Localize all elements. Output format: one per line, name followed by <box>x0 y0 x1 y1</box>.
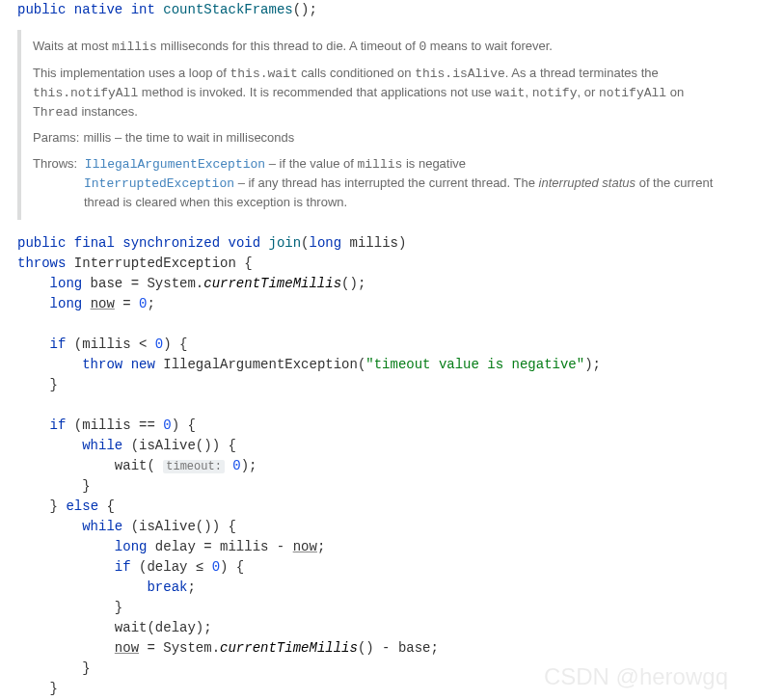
doc-detail: This implementation uses a loop of this.… <box>33 65 730 122</box>
signature-countStackFrames: public native int countStackFrames(); <box>0 0 757 20</box>
inlay-hint-timeout: timeout: <box>163 460 225 473</box>
doc-params: Params:millis – the time to wait in mill… <box>33 129 730 148</box>
exception-link-ie[interactable]: InterruptedException <box>84 176 234 191</box>
method-join-source: public final synchronized void join(long… <box>0 233 757 700</box>
doc-summary: Waits at most millis milliseconds for th… <box>33 38 730 57</box>
javadoc-block: Waits at most millis milliseconds for th… <box>17 30 740 220</box>
doc-throws: Throws: IllegalArgumentException – if th… <box>33 155 730 212</box>
exception-link-iae[interactable]: IllegalArgumentException <box>85 157 265 172</box>
